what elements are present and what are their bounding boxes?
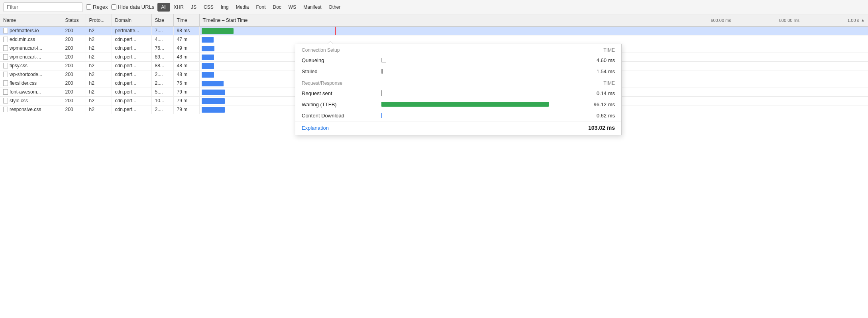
cell-domain: cdn.perf...	[112, 53, 151, 61]
col-header-domain[interactable]: Domain	[112, 14, 151, 26]
cell-status: 200	[62, 70, 86, 79]
sort-arrow-icon: ▲	[861, 18, 865, 23]
filter-btn-font[interactable]: Font	[252, 3, 269, 12]
request-sent-bar-area	[381, 90, 575, 97]
col-header-name[interactable]: Name	[0, 14, 62, 26]
file-icon	[3, 107, 8, 112]
filter-btn-xhr[interactable]: XHR	[170, 3, 187, 12]
col-header-size[interactable]: Size	[151, 14, 173, 26]
request-sent-label: Request sent	[302, 90, 381, 96]
filter-btn-ws[interactable]: WS	[285, 3, 300, 12]
table-row[interactable]: edd.min.css200h2cdn.perf...4....47 m	[0, 35, 868, 44]
timeline-bar	[202, 98, 225, 104]
file-icon	[3, 54, 8, 60]
stalled-bar-icon	[381, 69, 383, 74]
cell-status: 200	[62, 88, 86, 96]
cell-size: 10...	[151, 96, 173, 105]
cell-domain: cdn.perf...	[112, 105, 151, 114]
cell-size: 2....	[151, 79, 173, 88]
cell-name: edd.min.css	[0, 35, 62, 44]
cell-name: flexslider.css	[0, 79, 62, 88]
connection-time-header: TIME	[603, 47, 615, 53]
tick-1s: 1.00 s	[847, 18, 859, 23]
regex-checkbox-label[interactable]: Regex	[86, 4, 108, 10]
cell-name: wp-shortcode...	[0, 70, 62, 79]
cell-status: 200	[62, 105, 86, 114]
filter-btn-other[interactable]: Other	[325, 3, 344, 12]
filter-btn-manifest[interactable]: Manifest	[300, 3, 325, 12]
col-header-timeline[interactable]: Timeline – Start Time 600.00 ms 800.00 m…	[199, 14, 868, 26]
content-download-bar-area	[381, 112, 575, 114]
cell-proto: h2	[86, 88, 112, 96]
filter-btn-all[interactable]: All	[157, 3, 170, 12]
table-header-row: Name Status Proto... Domain Size Time	[0, 14, 868, 26]
timing-popup: Connection Setup TIME Queueing 4.60 ms S…	[295, 44, 622, 114]
cell-domain: cdn.perf...	[112, 70, 151, 79]
stalled-value: 1.54 ms	[575, 68, 615, 74]
cell-time: 48 m	[173, 53, 199, 61]
queueing-label: Queueing	[302, 57, 381, 63]
table-row[interactable]: perfmatters.io200h2perfmatte...7....98 m…	[0, 26, 868, 35]
filter-btn-css[interactable]: CSS	[200, 3, 217, 12]
filter-btn-js[interactable]: JS	[187, 3, 200, 12]
timeline-header-content: Timeline – Start Time 600.00 ms 800.00 m…	[203, 18, 865, 23]
col-header-time[interactable]: Time	[173, 14, 199, 26]
cell-status: 200	[62, 96, 86, 105]
timeline-bar	[202, 81, 224, 86]
request-response-label: Request/Response	[302, 80, 342, 86]
cell-name: style.css	[0, 96, 62, 105]
cell-size: 4....	[151, 35, 173, 44]
cell-status: 200	[62, 53, 86, 61]
hide-data-urls-checkbox-label[interactable]: Hide data URLs	[111, 4, 155, 10]
filter-btn-media[interactable]: Media	[232, 3, 253, 12]
content-download-label: Content Download	[302, 113, 381, 114]
popup-row-queueing: Queueing 4.60 ms	[295, 55, 621, 66]
content-download-bar-icon	[381, 113, 382, 114]
cell-size: 88...	[151, 61, 173, 70]
filter-btn-doc[interactable]: Doc	[269, 3, 285, 12]
col-header-status[interactable]: Status	[62, 14, 86, 26]
timeline-bar	[202, 90, 225, 95]
cell-time: 79 m	[173, 96, 199, 105]
connection-setup-label: Connection Setup	[302, 47, 340, 53]
file-icon	[3, 37, 8, 42]
stalled-bar-area	[381, 68, 575, 75]
filter-input[interactable]	[3, 2, 83, 12]
request-sent-bar-icon	[381, 90, 382, 96]
popup-row-request-sent: Request sent 0.14 ms	[295, 88, 621, 99]
cell-domain: cdn.perf...	[112, 96, 151, 105]
hide-data-urls-checkbox[interactable]	[111, 4, 116, 10]
file-icon	[3, 45, 8, 51]
cell-time: 79 m	[173, 105, 199, 114]
cell-status: 200	[62, 35, 86, 44]
cell-status: 200	[62, 61, 86, 70]
timeline-redline	[335, 27, 336, 35]
network-toolbar: Regex Hide data URLs AllXHRJSCSSImgMedia…	[0, 0, 868, 14]
cell-status: 200	[62, 44, 86, 53]
queueing-value: 4.60 ms	[575, 57, 615, 63]
cell-proto: h2	[86, 79, 112, 88]
cell-time: 48 m	[173, 70, 199, 79]
cell-timeline	[199, 35, 868, 44]
filter-btn-img[interactable]: Img	[217, 3, 232, 12]
timeline-bar	[202, 28, 234, 34]
cell-time: 49 m	[173, 44, 199, 53]
popup-arrow	[327, 41, 334, 44]
cell-proto: h2	[86, 61, 112, 70]
cell-name: wpmenucart-i...	[0, 44, 62, 53]
cell-name: font-awesom...	[0, 88, 62, 96]
file-icon	[3, 72, 8, 77]
col-header-proto[interactable]: Proto...	[86, 14, 112, 26]
file-icon	[3, 63, 8, 68]
timeline-bar	[202, 107, 225, 113]
cell-status: 200	[62, 26, 86, 35]
request-sent-value: 0.14 ms	[575, 90, 615, 96]
cell-name: responsive.css	[0, 105, 62, 114]
regex-checkbox[interactable]	[86, 4, 91, 10]
file-icon	[3, 28, 8, 33]
ttfb-value: 96.12 ms	[575, 101, 615, 107]
content-download-value: 0.62 ms	[575, 113, 615, 114]
stalled-label: Stalled	[302, 68, 381, 74]
tick-600: 600.00 ms	[711, 18, 731, 23]
ttfb-bar	[381, 102, 549, 107]
